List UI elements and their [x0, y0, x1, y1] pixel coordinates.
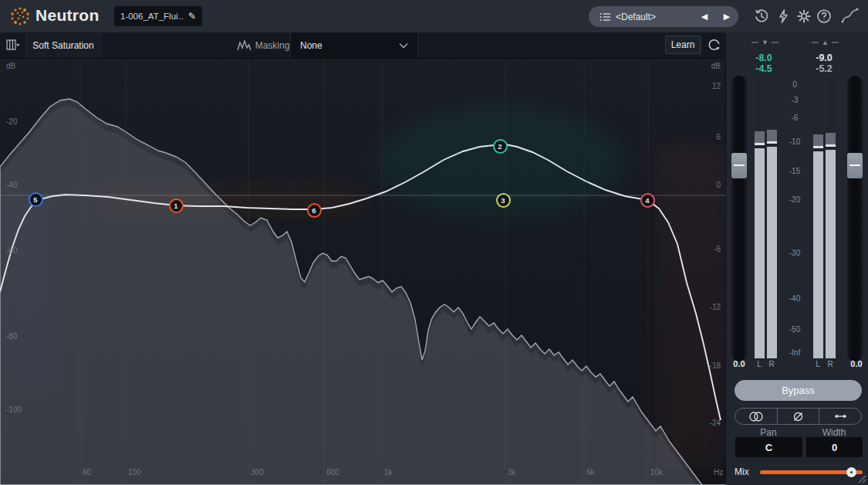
- pan-label: Pan: [738, 427, 799, 438]
- preset-name-button[interactable]: 1-006_AT_Flui… ✎: [114, 6, 202, 26]
- eq-node-3[interactable]: 3: [496, 193, 511, 208]
- masking-icon: [237, 40, 252, 51]
- masking-label: Masking: [255, 40, 290, 51]
- stereo-width-icon: [834, 412, 847, 420]
- signal-scribble-icon: [838, 6, 861, 26]
- eq-spectrum-display[interactable]: dB-20-40-60-80-100dB1260-6-12-18-2460100…: [0, 59, 726, 485]
- eq-node-6[interactable]: 6: [307, 203, 322, 218]
- bypass-button[interactable]: Bypass: [735, 380, 862, 401]
- right-axis-tick: -6: [714, 245, 721, 253]
- learn-button[interactable]: Learn: [665, 36, 701, 54]
- edit-pencil-icon[interactable]: ✎: [188, 11, 196, 22]
- input-gain-value: 0.0: [726, 359, 752, 368]
- output-gain-marker: ▲: [812, 39, 839, 46]
- meter-scale-tick: -Inf: [779, 348, 810, 357]
- channel-label-r: R: [767, 360, 776, 368]
- view-layout-button[interactable]: [0, 32, 26, 58]
- freq-axis-tick: Hz: [714, 468, 723, 477]
- stereo-width-button[interactable]: [819, 409, 861, 424]
- top-bar: Neutron 1-006_AT_Flui… ✎ <Default> ◀ ▶: [0, 0, 868, 33]
- help-icon: [816, 8, 832, 24]
- input-gain-fader[interactable]: [731, 76, 747, 361]
- meter-scale-tick: -50: [779, 325, 810, 334]
- masking-source-dropdown[interactable]: None: [290, 32, 418, 58]
- meter-scale-tick: -15: [779, 167, 810, 175]
- output-rms-value: -9.0: [801, 53, 847, 63]
- mix-slider[interactable]: [760, 470, 863, 474]
- masking-source-value: None: [300, 40, 323, 51]
- meter-scale-tick: -3: [779, 96, 810, 104]
- pan-value-box[interactable]: C: [735, 437, 802, 457]
- gear-icon: [796, 8, 812, 24]
- gain-match-button[interactable]: [775, 8, 792, 25]
- lightning-icon: [776, 8, 790, 24]
- eq-node-5[interactable]: 5: [29, 192, 43, 207]
- preset-name: 1-006_AT_Flui…: [120, 12, 184, 21]
- preset-selector[interactable]: <Default> ◀ ▶: [589, 6, 738, 27]
- meter-scale-tick: -6: [779, 114, 810, 122]
- history-icon: [754, 8, 769, 24]
- right-axis-tick: 0: [716, 181, 721, 189]
- output-gain-value: 0.0: [843, 359, 868, 368]
- meter-scale-tick: -30: [779, 249, 810, 257]
- freq-axis-tick: 300: [251, 468, 264, 477]
- preset-list-icon: [599, 12, 611, 22]
- freq-axis-tick: 60: [83, 468, 91, 477]
- preset-selected-label: <Default>: [616, 12, 656, 22]
- tab-soft-saturation[interactable]: Soft Saturation: [26, 32, 101, 58]
- width-value-box[interactable]: 0: [806, 437, 863, 457]
- freq-axis-tick: 10k: [650, 468, 663, 477]
- left-axis-tick: -20: [6, 117, 17, 126]
- signal-flow-button[interactable]: [838, 8, 861, 25]
- preset-next-button[interactable]: ▶: [715, 6, 738, 27]
- right-axis-tick: -24: [710, 419, 721, 427]
- rotate-arrow-icon: [707, 38, 721, 53]
- help-button[interactable]: [816, 8, 833, 25]
- masking-group[interactable]: Masking: [236, 32, 290, 58]
- reset-listen-button[interactable]: [701, 32, 726, 58]
- right-axis-tick: -18: [710, 361, 721, 370]
- output-gain-fader[interactable]: [847, 76, 863, 361]
- freq-axis-tick: 3k: [508, 468, 516, 477]
- preset-prev-button[interactable]: ◀: [693, 6, 716, 27]
- left-axis-tick: -60: [6, 246, 17, 255]
- meter-scale-tick: -20: [779, 195, 810, 204]
- left-axis-unit: dB: [6, 62, 15, 70]
- resize-grip-icon[interactable]: [856, 473, 866, 483]
- left-axis-tick: -100: [6, 405, 22, 414]
- module-bar: Soft Saturation Masking None Learn: [0, 32, 726, 59]
- phase-invert-button[interactable]: [777, 409, 819, 424]
- column-views-icon: [6, 39, 20, 52]
- freq-axis-tick: 600: [326, 468, 339, 477]
- output-meter-left: [813, 77, 823, 358]
- channel-mode-switch: [735, 408, 862, 425]
- right-axis-tick: 12: [712, 82, 721, 90]
- output-peak-value: -5.2: [801, 63, 847, 74]
- io-meter-panel: ▼ ▲ -8.0 -4.5 -9.0 -5.2: [726, 32, 868, 485]
- input-gain-marker: ▼: [751, 39, 778, 46]
- spectrum-eq-canvas: [0, 59, 726, 485]
- chevron-down-icon: [399, 42, 408, 49]
- stereo-link-button[interactable]: [735, 409, 777, 424]
- channel-label-r: R: [826, 360, 835, 368]
- left-axis-tick: -40: [6, 181, 17, 189]
- meter-scale-tick: 0: [779, 80, 810, 89]
- app-title: Neutron: [35, 6, 100, 25]
- history-button[interactable]: [753, 8, 770, 25]
- output-gain-fader-handle[interactable]: [847, 153, 863, 178]
- meter-scale-tick: -10: [779, 137, 810, 146]
- input-rms-value: -8.0: [741, 53, 787, 63]
- eq-node-2[interactable]: 2: [493, 139, 508, 154]
- eq-node-4[interactable]: 4: [640, 193, 655, 208]
- neutron-plugin-window: Neutron 1-006_AT_Flui… ✎ <Default> ◀ ▶: [0, 0, 868, 485]
- output-meter-right: [826, 77, 836, 358]
- input-gain-fader-handle[interactable]: [731, 153, 747, 178]
- phase-invert-icon: [792, 411, 804, 422]
- channel-label-l: L: [813, 360, 822, 368]
- mix-label: Mix: [735, 466, 749, 477]
- freq-axis-tick: 6k: [586, 468, 595, 477]
- settings-button[interactable]: [795, 8, 812, 25]
- right-axis-unit: dB: [711, 62, 721, 70]
- eq-node-1[interactable]: 1: [169, 198, 184, 213]
- input-peak-value: -4.5: [741, 63, 787, 74]
